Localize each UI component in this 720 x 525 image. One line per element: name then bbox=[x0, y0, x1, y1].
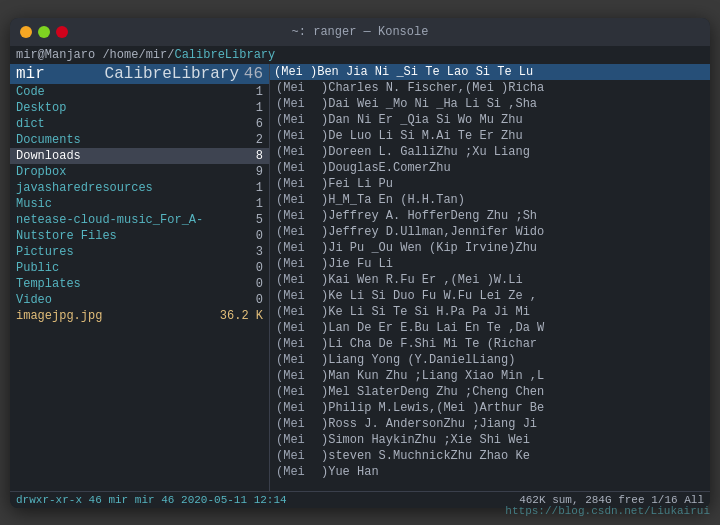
list-item[interactable]: Pictures 3 bbox=[10, 244, 269, 260]
outer-container: ~: ranger — Konsole mir@Manjaro /home/mi… bbox=[0, 0, 720, 525]
list-item[interactable]: imagejpg.jpg 36.2 K bbox=[10, 308, 269, 324]
list-item[interactable]: Templates 0 bbox=[10, 276, 269, 292]
right-row: (Mei)Jie Fu Li bbox=[274, 256, 706, 272]
list-item[interactable]: Code 1 bbox=[10, 84, 269, 100]
list-item[interactable]: Desktop 1 bbox=[10, 100, 269, 116]
path-user: mir@Manjaro bbox=[16, 48, 95, 62]
left-header-row: mir CalibreLibrary 46 bbox=[10, 64, 269, 84]
right-header-text: (Mei )Ben Jia Ni _Si Te Lao Si Te Lu bbox=[274, 65, 533, 79]
file-list: Code 1 Desktop 1 dict 6 bbox=[10, 84, 269, 491]
minimize-button[interactable] bbox=[20, 26, 32, 38]
right-row: (Mei)Dan Ni Er _Qia Si Wo Mu Zhu bbox=[274, 112, 706, 128]
left-header-dir: CalibreLibrary bbox=[105, 65, 239, 83]
right-row: (Mei)Lan De Er E.Bu Lai En Te ,Da W bbox=[274, 320, 706, 336]
right-row: (Mei)steven S.MuchnickZhu Zhao Ke bbox=[274, 448, 706, 464]
traffic-lights bbox=[20, 26, 68, 38]
right-row: (Mei)Mel SlaterDeng Zhu ;Cheng Chen bbox=[274, 384, 706, 400]
right-row: (Mei)Charles N. Fischer,(Mei )Richa bbox=[274, 80, 706, 96]
right-row: (Mei)Doreen L. GalliZhu ;Xu Liang bbox=[274, 144, 706, 160]
list-item-downloads[interactable]: Downloads 8 bbox=[10, 148, 269, 164]
window-title: ~: ranger — Konsole bbox=[292, 25, 429, 39]
right-row: (Mei)Kai Wen R.Fu Er ,(Mei )W.Li bbox=[274, 272, 706, 288]
path-home: /home/mir/ bbox=[102, 48, 174, 62]
maximize-button[interactable] bbox=[38, 26, 50, 38]
right-row: (Mei)Yue Han bbox=[274, 464, 706, 480]
right-row: (Mei)Li Cha De F.Shi Mi Te (Richar bbox=[274, 336, 706, 352]
titlebar: ~: ranger — Konsole bbox=[10, 18, 710, 46]
right-row: (Mei)H_M_Ta En (H.H.Tan) bbox=[274, 192, 706, 208]
list-item[interactable]: Music 1 bbox=[10, 196, 269, 212]
right-row: (Mei)Liang Yong (Y.DanielLiang) bbox=[274, 352, 706, 368]
right-row: (Mei)Fei Li Pu bbox=[274, 176, 706, 192]
right-row: (Mei)Man Kun Zhu ;Liang Xiao Min ,L bbox=[274, 368, 706, 384]
terminal-content: mir@Manjaro /home/mir/CalibreLibrary mir… bbox=[10, 46, 710, 508]
list-item[interactable]: Documents 2 bbox=[10, 132, 269, 148]
main-area: mir CalibreLibrary 46 Code 1 Desktop bbox=[10, 64, 710, 491]
list-item[interactable]: Video 0 bbox=[10, 292, 269, 308]
right-row: (Mei)Jeffrey A. HofferDeng Zhu ;Sh bbox=[274, 208, 706, 224]
left-header-name: mir bbox=[16, 65, 101, 83]
right-header: (Mei )Ben Jia Ni _Si Te Lao Si Te Lu bbox=[270, 64, 710, 80]
status-right: 462K sum, 284G free 1/16 All bbox=[519, 494, 704, 506]
list-item[interactable]: javasharedresources 1 bbox=[10, 180, 269, 196]
right-row: (Mei)Dai Wei _Mo Ni _Ha Li Si ,Sha bbox=[274, 96, 706, 112]
left-header-count: 46 bbox=[243, 65, 263, 83]
list-item[interactable]: netease-cloud-music_For_A- 5 bbox=[10, 212, 269, 228]
right-row: (Mei)Philip M.Lewis,(Mei )Arthur Be bbox=[274, 400, 706, 416]
path-bar: mir@Manjaro /home/mir/CalibreLibrary bbox=[10, 46, 710, 64]
list-item[interactable]: dict 6 bbox=[10, 116, 269, 132]
right-row: (Mei)Simon HaykinZhu ;Xie Shi Wei bbox=[274, 432, 706, 448]
terminal-window: ~: ranger — Konsole mir@Manjaro /home/mi… bbox=[10, 18, 710, 508]
list-item[interactable]: Public 0 bbox=[10, 260, 269, 276]
right-pane: (Mei )Ben Jia Ni _Si Te Lao Si Te Lu (Me… bbox=[270, 64, 710, 491]
right-row: (Mei)Ji Pu _Ou Wen (Kip Irvine)Zhu bbox=[274, 240, 706, 256]
path-current: CalibreLibrary bbox=[174, 48, 275, 62]
status-left: drwxr-xr-x 46 mir mir 46 2020-05-11 12:1… bbox=[16, 494, 287, 506]
right-row: (Mei)Ke Li Si Te Si H.Pa Pa Ji Mi bbox=[274, 304, 706, 320]
right-content: (Mei)Charles N. Fischer,(Mei )Richa (Mei… bbox=[270, 80, 710, 491]
watermark: https://blog.csdn.net/Liukairui bbox=[505, 505, 710, 517]
list-item[interactable]: Nutstore Files 0 bbox=[10, 228, 269, 244]
right-row: (Mei)Ke Li Si Duo Fu W.Fu Lei Ze , bbox=[274, 288, 706, 304]
right-row: (Mei)Jeffrey D.Ullman,Jennifer Wido bbox=[274, 224, 706, 240]
list-item[interactable]: Dropbox 9 bbox=[10, 164, 269, 180]
right-row: (Mei)De Luo Li Si M.Ai Te Er Zhu bbox=[274, 128, 706, 144]
left-pane: mir CalibreLibrary 46 Code 1 Desktop bbox=[10, 64, 270, 491]
close-button[interactable] bbox=[56, 26, 68, 38]
right-row: (Mei)DouglasE.ComerZhu bbox=[274, 160, 706, 176]
right-row: (Mei)Ross J. AndersonZhu ;Jiang Ji bbox=[274, 416, 706, 432]
